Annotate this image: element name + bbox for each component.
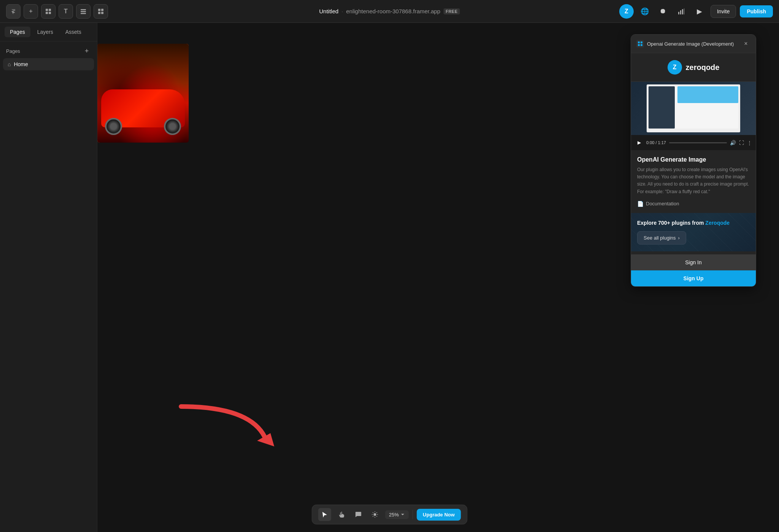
- svg-rect-13: [682, 9, 683, 14]
- video-highlight: [677, 86, 738, 103]
- signup-button[interactable]: Sign Up: [631, 270, 756, 286]
- plugin-header-left: Openai Generate Image (Development): [636, 40, 734, 48]
- pages-section-header: Pages +: [0, 41, 97, 58]
- svg-rect-12: [680, 10, 681, 14]
- framer-logo-btn[interactable]: [6, 4, 21, 19]
- plugin-branding: Z zeroqode: [631, 53, 756, 82]
- topbar-center: Untitled · enlightened-room-307868.frame…: [319, 8, 460, 14]
- plugin-title: OpenAI Generate Image: [637, 156, 750, 163]
- bottombar: 25% Upgrade Now: [312, 505, 467, 524]
- progress-bar[interactable]: [669, 142, 727, 143]
- svg-line-25: [373, 512, 374, 513]
- tab-assets[interactable]: Assets: [60, 27, 87, 37]
- explore-section: Explore 700+ plugins from Zeroqode See a…: [631, 213, 756, 251]
- topbar-right: Z 🌐 ⏺ ▶ Invite Publish: [619, 4, 773, 19]
- select-tool-btn[interactable]: [318, 508, 331, 521]
- sidebar: Pages Layers Assets Pages + ⌂ Home: [0, 23, 97, 532]
- svg-rect-19: [641, 44, 642, 46]
- home-icon: ⌂: [8, 61, 11, 67]
- doc-link-label: Documentation: [646, 201, 679, 206]
- plugin-header-title: Openai Generate Image (Development): [647, 41, 734, 47]
- brightness-tool-btn[interactable]: [369, 508, 382, 521]
- page-item-home[interactable]: ⌂ Home: [3, 58, 94, 70]
- video-controls: ▶ 0:00 / 1:17 🔊 ⛶ ⋮: [631, 135, 756, 150]
- car-wheel-left: [105, 118, 122, 135]
- record-btn[interactable]: ⏺: [656, 4, 670, 19]
- auth-section: Sign In Sign Up: [631, 254, 756, 286]
- svg-rect-5: [81, 11, 86, 12]
- svg-line-28: [377, 512, 377, 513]
- video-time: 0:00 / 1:17: [646, 140, 666, 145]
- plugin-header: Openai Generate Image (Development) ×: [631, 35, 756, 53]
- svg-rect-10: [101, 12, 103, 14]
- grid-tool-btn[interactable]: [41, 4, 56, 19]
- hand-tool-btn[interactable]: [335, 508, 348, 521]
- car-wheel-right: [164, 118, 181, 135]
- upgrade-now-button[interactable]: Upgrade Now: [417, 509, 461, 521]
- svg-rect-18: [638, 44, 640, 46]
- explore-brand-link[interactable]: Zeroqode: [705, 220, 730, 226]
- svg-rect-7: [98, 9, 100, 11]
- svg-point-20: [374, 513, 376, 516]
- volume-button[interactable]: 🔊: [730, 140, 736, 146]
- plugin-content: OpenAI Generate Image Our plugin allows …: [631, 150, 756, 213]
- sidebar-tabs: Pages Layers Assets: [0, 23, 97, 41]
- video-inner: [647, 84, 740, 132]
- plugin-panel: Openai Generate Image (Development) × Z …: [631, 34, 756, 287]
- fullscreen-button[interactable]: ⛶: [739, 140, 744, 146]
- see-all-plugins-button[interactable]: See all plugins ›: [637, 231, 686, 245]
- analytics-btn[interactable]: [674, 4, 688, 19]
- explore-prefix: Explore 700+ plugins from: [637, 220, 705, 226]
- doc-icon: 📄: [637, 201, 644, 207]
- svg-rect-2: [46, 12, 48, 14]
- car-image: [97, 44, 189, 143]
- svg-line-27: [373, 516, 374, 517]
- svg-rect-1: [49, 9, 51, 11]
- play-button[interactable]: ▶: [635, 138, 643, 147]
- component-tool-btn[interactable]: [94, 4, 108, 19]
- close-plugin-button[interactable]: ×: [741, 39, 750, 48]
- canvas: Openai Generate Image (Development) × Z …: [97, 23, 779, 532]
- documentation-link[interactable]: 📄 Documentation: [637, 201, 750, 207]
- text-tool-btn[interactable]: T: [59, 4, 73, 19]
- zoom-level: 25%: [389, 512, 399, 518]
- add-page-button[interactable]: +: [83, 47, 91, 55]
- zeroqode-name: zeroqode: [686, 63, 720, 72]
- globe-btn[interactable]: 🌐: [638, 4, 652, 19]
- more-options-button[interactable]: ⋮: [747, 140, 752, 146]
- publish-button[interactable]: Publish: [740, 5, 773, 17]
- svg-rect-8: [101, 9, 103, 11]
- video-sidebar-mock: [649, 86, 675, 129]
- zoom-control[interactable]: 25%: [385, 510, 409, 519]
- project-name: Untitled: [319, 8, 339, 14]
- video-container: ▶ 0:00 / 1:17 🔊 ⛶ ⋮: [631, 82, 756, 150]
- user-avatar[interactable]: Z: [619, 4, 634, 19]
- plugin-description: Our plugin allows you to create images u…: [637, 166, 750, 195]
- video-preview: [631, 82, 756, 135]
- preview-btn[interactable]: ▶: [692, 4, 707, 19]
- svg-rect-0: [46, 9, 48, 11]
- add-tool-btn[interactable]: ＋: [24, 4, 38, 19]
- tab-pages[interactable]: Pages: [5, 27, 30, 37]
- domain: enlightened-room-307868.framer.app: [346, 8, 440, 14]
- svg-rect-14: [684, 8, 684, 14]
- pages-section-title: Pages: [6, 48, 20, 54]
- svg-rect-16: [638, 41, 640, 43]
- see-all-label: See all plugins: [644, 235, 676, 241]
- topbar: ＋ T: [0, 0, 779, 23]
- invite-button[interactable]: Invite: [711, 5, 736, 18]
- svg-rect-6: [81, 13, 86, 14]
- plugin-header-icon: [636, 40, 644, 48]
- separator: ·: [342, 8, 343, 14]
- stack-tool-btn[interactable]: [76, 4, 91, 19]
- zeroqode-logo: Z: [668, 60, 682, 75]
- comment-tool-btn[interactable]: [352, 508, 365, 521]
- signin-button[interactable]: Sign In: [631, 254, 756, 270]
- red-arrow: [173, 403, 280, 448]
- tab-layers[interactable]: Layers: [32, 27, 59, 37]
- svg-rect-9: [98, 12, 100, 14]
- svg-line-26: [377, 516, 377, 517]
- svg-rect-17: [641, 41, 642, 43]
- svg-rect-11: [678, 12, 679, 14]
- free-badge: FREE: [444, 8, 460, 14]
